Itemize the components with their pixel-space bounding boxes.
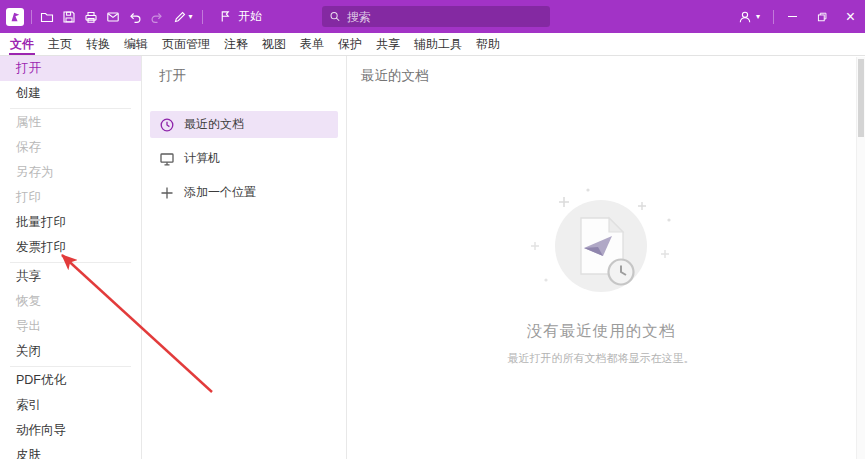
separator <box>202 10 203 24</box>
empty-state-subtitle: 最近打开的所有文档都将显示在这里。 <box>347 351 855 366</box>
restore-icon <box>816 11 828 23</box>
menu-tab-accessibility-tools[interactable]: 辅助工具 <box>407 33 469 55</box>
search-box[interactable] <box>322 6 550 27</box>
sidebar-item-save-as: 另存为 <box>0 160 141 185</box>
open-panel: 打开 最近的文档 计算机 添加一个位置 <box>142 56 347 459</box>
search-icon <box>329 10 341 23</box>
account-menu[interactable]: ▾ <box>729 0 769 33</box>
sidebar-item-open[interactable]: 打开 <box>0 56 141 81</box>
app-logo <box>6 8 24 26</box>
computer-icon <box>159 151 175 167</box>
sidebar-item-close[interactable]: 关闭 <box>0 339 141 364</box>
menu-tab-help[interactable]: 帮助 <box>469 33 507 55</box>
chevron-down-icon: ▾ <box>188 12 192 21</box>
sidebar-item-save: 保存 <box>0 135 141 160</box>
minimize-button[interactable] <box>778 0 807 33</box>
chevron-down-icon: ▾ <box>756 12 760 21</box>
divider <box>10 366 131 367</box>
sidebar-item-action-wizard[interactable]: 动作向导 <box>0 418 141 443</box>
email-icon[interactable] <box>102 4 124 30</box>
titlebar: ▾ 开始 ▾ × <box>0 0 865 33</box>
sidebar-item-export: 导出 <box>0 314 141 339</box>
separator <box>773 10 774 24</box>
menu-tab-edit[interactable]: 编辑 <box>117 33 155 55</box>
quick-access-toolbar: ▾ 开始 <box>6 0 274 33</box>
clock-icon <box>159 117 175 133</box>
open-nav-computer[interactable]: 计算机 <box>150 145 338 172</box>
menubar: 文件 主页 转换 编辑 页面管理 注释 视图 表单 保护 共享 辅助工具 帮助 <box>0 33 865 56</box>
open-nav-label: 最近的文档 <box>184 116 244 133</box>
maximize-button[interactable] <box>807 0 836 33</box>
menu-tab-share[interactable]: 共享 <box>369 33 407 55</box>
sidebar-item-pdf-optimize[interactable]: PDF优化 <box>0 368 141 393</box>
menu-tab-page-management[interactable]: 页面管理 <box>155 33 217 55</box>
redo-icon[interactable] <box>146 4 168 30</box>
sidebar-item-batch-print[interactable]: 批量打印 <box>0 210 141 235</box>
menu-tab-view[interactable]: 视图 <box>255 33 293 55</box>
open-panel-title: 打开 <box>159 67 338 85</box>
account-icon <box>738 10 752 24</box>
empty-documents-illustration <box>526 184 676 309</box>
divider <box>10 108 131 109</box>
menu-tab-home[interactable]: 主页 <box>41 33 79 55</box>
flag-icon <box>219 10 232 23</box>
sidebar-item-print: 打印 <box>0 185 141 210</box>
sign-icon[interactable]: ▾ <box>168 4 198 30</box>
divider <box>10 262 131 263</box>
empty-state: 没有最近使用的文档 最近打开的所有文档都将显示在这里。 <box>347 184 855 366</box>
close-icon: × <box>846 9 855 25</box>
sidebar-item-skin[interactable]: 皮肤 <box>0 443 141 459</box>
file-backstage: 打开 创建 属性 保存 另存为 打印 批量打印 发票打印 共享 恢复 导出 关闭… <box>0 56 865 459</box>
start-tab-label: 开始 <box>238 8 262 25</box>
search-input[interactable] <box>347 10 543 24</box>
menu-tab-comment[interactable]: 注释 <box>217 33 255 55</box>
sidebar-item-recover: 恢复 <box>0 289 141 314</box>
sidebar-item-invoice-print[interactable]: 发票打印 <box>0 235 141 260</box>
empty-state-title: 没有最近使用的文档 <box>347 321 855 342</box>
sidebar-item-share[interactable]: 共享 <box>0 264 141 289</box>
undo-icon[interactable] <box>124 4 146 30</box>
scrollbar-thumb[interactable] <box>858 59 864 137</box>
recent-documents-panel: 最近的文档 <box>347 56 865 459</box>
plus-icon <box>159 185 175 201</box>
window-controls: ▾ × <box>729 0 865 33</box>
open-nav-label: 计算机 <box>184 150 220 167</box>
sidebar-item-properties: 属性 <box>0 110 141 135</box>
start-tab[interactable]: 开始 <box>207 0 274 33</box>
open-location-list: 最近的文档 计算机 添加一个位置 <box>150 111 338 206</box>
sidebar-item-index[interactable]: 索引 <box>0 393 141 418</box>
menu-tab-convert[interactable]: 转换 <box>79 33 117 55</box>
open-nav-add-place[interactable]: 添加一个位置 <box>150 179 338 206</box>
save-icon[interactable] <box>58 4 80 30</box>
separator <box>31 10 32 24</box>
menu-tab-protect[interactable]: 保护 <box>331 33 369 55</box>
menu-tab-file[interactable]: 文件 <box>3 33 41 55</box>
close-button[interactable]: × <box>836 0 865 33</box>
recent-panel-title: 最近的文档 <box>361 67 865 85</box>
print-icon[interactable] <box>80 4 102 30</box>
vertical-scrollbar[interactable] <box>856 57 865 459</box>
file-sidebar: 打开 创建 属性 保存 另存为 打印 批量打印 发票打印 共享 恢复 导出 关闭… <box>0 56 142 459</box>
menu-tab-form[interactable]: 表单 <box>293 33 331 55</box>
open-nav-recent-documents[interactable]: 最近的文档 <box>150 111 338 138</box>
open-folder-icon[interactable] <box>36 4 58 30</box>
app-window: ▾ 开始 ▾ × 文件 主页 转换 <box>0 0 865 459</box>
sidebar-item-create[interactable]: 创建 <box>0 81 141 106</box>
minimize-icon <box>788 16 797 17</box>
open-nav-label: 添加一个位置 <box>184 184 256 201</box>
